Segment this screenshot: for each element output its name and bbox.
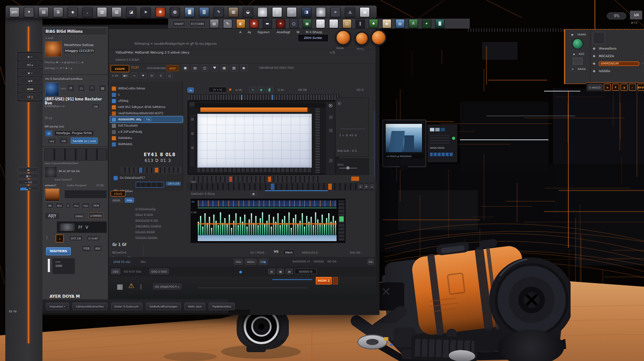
waveform-title-icon[interactable]: ▦ (250, 191, 257, 196)
rail-chip-3[interactable]: GGb (125, 198, 134, 203)
dock-tiny-button[interactable]: — GG (18, 180, 39, 184)
chip-f[interactable]: D GvB? (87, 235, 100, 241)
fe-chip[interactable]: ASI (93, 245, 102, 252)
dock-mini-button[interactable]: ◉ ⌁ (19, 69, 42, 76)
toolbar2-icon[interactable]: ▬ (263, 19, 272, 28)
graph-canvas[interactable] (197, 114, 312, 168)
outliner-row-chevron[interactable]: ᵛ (642, 69, 643, 73)
bar2-chip[interactable]: GGGs (245, 259, 256, 265)
bar2-corner-chip[interactable]: GG (368, 259, 374, 265)
bottom-bar-button[interactable]: Indaveted • (46, 303, 69, 310)
small-button[interactable]: FEM (92, 203, 100, 208)
side-footer-slider-knob[interactable] (346, 166, 349, 169)
chip-a[interactable]: vey (48, 138, 56, 144)
tree-header-icon[interactable]: ◫ (166, 73, 173, 78)
filmstrip-chip[interactable]: s (370, 184, 374, 189)
toolbar2-icon[interactable]: ‖ (356, 19, 365, 28)
outliner-row-chevron[interactable]: ᵛ (642, 54, 643, 58)
toolbar-icon[interactable]: ≣ (53, 7, 63, 17)
toolbar-icon[interactable]: ✣ (316, 7, 326, 17)
secondary-toolbar-chip[interactable]: S49/97 (172, 20, 185, 27)
orange-framed-chip[interactable]: s (56, 234, 64, 242)
small-button[interactable]: S (65, 203, 71, 208)
window-tab[interactable]: Ay (248, 31, 251, 34)
toolbar-icon[interactable]: ◒ (243, 7, 253, 17)
sphere-action-button[interactable]: ▤ (99, 84, 106, 92)
tree-header-icon[interactable]: ▭ (131, 73, 138, 78)
waveform-spikes[interactable] (198, 209, 337, 235)
toolbar2-icon[interactable]: ✦ (422, 19, 431, 28)
toolbar-icon[interactable]: ▯ (272, 7, 282, 17)
toolbar-icon[interactable]: ✎ (214, 7, 224, 17)
toolbar-icon[interactable]: ✦ (24, 7, 34, 17)
tree-header-icon[interactable]: G! (149, 73, 155, 78)
toolbar2-icon[interactable]: ◫ (342, 19, 352, 28)
tree-text-item[interactable]: GGsGG 8GG8 (135, 230, 161, 235)
slider-dot[interactable] (329, 159, 333, 162)
small-button[interactable]: Ans (55, 203, 64, 208)
toolbar-icon[interactable]: ⸲ (82, 7, 92, 17)
dock-mini-button[interactable]: ◀ ₦ (19, 77, 42, 84)
bottom-bar-button[interactable]: Figdebéveldsa (209, 303, 235, 310)
toolbar-icon[interactable]: ▤ (111, 7, 122, 17)
toolbar2-icon[interactable]: ✖ (249, 19, 259, 28)
blue-primary-button[interactable]: SSSITEIRS (46, 247, 71, 255)
strip-chip[interactable]: V (85, 225, 88, 230)
toolbar-icon[interactable]: ◎ (257, 7, 268, 17)
bar3-mid-chip[interactable]: GGG 2 GGG (150, 269, 169, 274)
status-chip-enus[interactable]: ENUS (284, 250, 294, 254)
tree-header-icon[interactable]: G (157, 73, 164, 78)
toolbar2-icon[interactable]: A (409, 19, 418, 28)
tree-item[interactable]: swqFdsdGdsqvddsds5dd dLST2 (110, 110, 183, 116)
outliner-row[interactable]: ◆ WwwaGsns (593, 45, 643, 52)
toolbar-icon[interactable]: ➤ (141, 7, 151, 17)
outliner-row-chevron[interactable]: -ᵛ (641, 62, 643, 65)
toolbar2-icon[interactable]: ♣ (369, 19, 378, 28)
toolbar-icon[interactable]: ✹ (155, 7, 165, 17)
window-tab[interactable]: Ggyeun (257, 31, 269, 34)
tree-item[interactable]: Sdddddsv (110, 135, 183, 141)
mini-filmstrip[interactable] (121, 167, 182, 173)
slider-dot[interactable] (329, 115, 333, 119)
window-tab[interactable]: W (296, 31, 299, 34)
alert-badge[interactable]: MGM 2 (316, 277, 332, 284)
outliner-strip-chip[interactable]: ◑ (621, 84, 628, 91)
toolbar2-icon[interactable]: ▦ (303, 19, 312, 28)
bar3-trio-icon[interactable]: ▤ (286, 269, 293, 274)
bar2-chip[interactable]: GGs (234, 259, 243, 265)
viewport-blue-chip[interactable]: ss (188, 88, 194, 92)
bar3-dark-chip[interactable]: GGGGG-G (295, 269, 317, 274)
tree-item[interactable]: W8SsCvdGs-Sdnas (110, 85, 183, 92)
icon-row-1[interactable]: Pitomas ✱ ⌐ ▸ ◖ Igtima 2 ◇ ⊕ (45, 61, 107, 64)
small-button[interactable]: Ab (46, 203, 54, 208)
strip-chip[interactable]: Ff (78, 225, 82, 230)
dock-mini-button[interactable]: ✱ ⌐ (19, 54, 42, 60)
window-tool-icon[interactable]: ▧ (230, 64, 238, 71)
dock-tiny-button[interactable]: ▬ (18, 167, 39, 172)
toolbar-icon[interactable]: ▱ (287, 7, 297, 17)
footer-chip[interactable]: GG (GGgG7GG7) s (153, 284, 181, 289)
window-tool-icon[interactable]: ◉ (240, 64, 247, 71)
toolbar-icon[interactable]: ◈ (68, 7, 78, 17)
window-tab[interactable]: M 4 Ghazp (306, 31, 322, 34)
disc-icon[interactable]: ◉ (571, 51, 577, 56)
outliner-strip-chip[interactable]: ✓ (629, 84, 636, 91)
city-thumbnail[interactable] (45, 188, 60, 201)
slider-dot[interactable] (329, 129, 333, 132)
tree-item[interactable]: s 8 2dFssdPdsdg (110, 129, 183, 135)
sphere-action-button[interactable]: ⟳ (67, 84, 74, 92)
tree-header-icon[interactable]: ▦G (122, 73, 129, 78)
green-sphere-thumbnail[interactable] (572, 38, 583, 50)
tree-item[interactable]: EdCTdvsdsdd (110, 123, 183, 129)
viewport-mode-icon[interactable]: ≋ (249, 87, 256, 92)
window-tab[interactable]: .Asadlagt (276, 31, 290, 34)
filmstrip-chip[interactable]: B (364, 184, 368, 189)
bar3-trio-icon[interactable]: ▦ (277, 269, 284, 274)
toolbar-icon[interactable]: ◪ (126, 7, 136, 17)
bottom-bar-button[interactable]: Sddbofs/dElairrpoges (146, 303, 181, 310)
toolbar2-icon[interactable]: ✴ (276, 19, 285, 28)
wave-slider-green-knob[interactable] (339, 216, 344, 222)
viewport-mode-icon[interactable]: ‖▌ (266, 87, 273, 92)
blue-row-icon[interactable]: Gl (45, 130, 53, 137)
tree-text-item[interactable]: 8GGGsGG 8 GG (135, 218, 161, 224)
